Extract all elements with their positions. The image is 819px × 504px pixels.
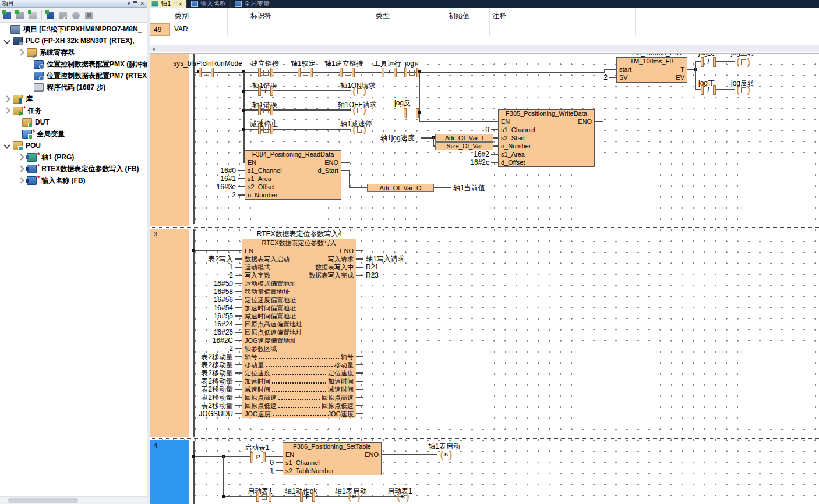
input-value[interactable]: JOGSUDU — [199, 410, 233, 418]
size-of-var-box[interactable]: Size_Of_Var — [435, 142, 493, 150]
input-value[interactable]: 16#24 — [214, 320, 233, 328]
output-coil[interactable] — [351, 105, 368, 115]
move-up-button[interactable] — [27, 10, 38, 21]
tree-item-system-registers[interactable]: 系统寄存器 — [0, 47, 147, 58]
tree-item-dut[interactable]: DUT — [0, 116, 147, 128]
network-4-margin-selected[interactable]: 4 — [150, 440, 189, 504]
reset-coil[interactable]: R — [345, 492, 363, 502]
close-panel-icon[interactable]: ✕ — [140, 1, 144, 6]
tree-item-library[interactable]: 库 — [0, 93, 147, 105]
output-target[interactable]: 轴1写入请求 — [366, 254, 405, 264]
edit-item-button[interactable] — [58, 10, 69, 21]
project-tree-hscrollbar[interactable] — [0, 496, 147, 504]
input-value[interactable]: 0 — [485, 126, 489, 134]
tree-item-axis1-prg[interactable]: *轴1 (PRG) — [0, 151, 147, 163]
output-target[interactable]: R23 — [366, 271, 379, 279]
output-coil[interactable] — [735, 57, 752, 67]
chevron-right-icon[interactable] — [3, 107, 10, 113]
input-value[interactable]: 16#56 — [214, 296, 233, 304]
column-header-identifier[interactable]: 标识符 — [250, 11, 271, 21]
tree-item-tasks[interactable]: *任务 — [0, 105, 147, 116]
tree-item-pou[interactable]: POU — [0, 140, 147, 151]
no-contact[interactable] — [258, 105, 273, 115]
column-header-type[interactable]: 类型 — [376, 11, 390, 21]
chevron-right-icon[interactable] — [17, 177, 24, 183]
remove-item-button[interactable] — [83, 10, 94, 21]
tab-global-vars[interactable]: 全局变量 — [231, 0, 274, 8]
monitor-button[interactable] — [70, 10, 82, 21]
input-value[interactable]: 0 — [270, 459, 274, 467]
input-value[interactable]: 2 — [603, 73, 608, 81]
input-value[interactable]: 16#3e — [217, 183, 236, 191]
adr-of-var-i-box[interactable]: Adr_Of_Var_I — [435, 134, 493, 142]
no-contact[interactable] — [404, 108, 419, 118]
f385-positioning-writedata-block[interactable]: F385_Positioning_WriteData ENENO s1_Chan… — [498, 109, 595, 167]
panel-menu-icon[interactable]: ▾ — [128, 1, 130, 6]
table-hscrollbar[interactable]: ◂ — [150, 45, 819, 52]
no-contact[interactable] — [258, 125, 273, 134]
chevron-down-icon[interactable] — [3, 142, 10, 148]
nc-contact[interactable]: / — [258, 86, 273, 96]
column-header-category[interactable]: 类别 — [175, 11, 189, 21]
tree-item-plc[interactable]: PLC (FP-XH 32k M8N30T (RTEX), — [0, 35, 147, 47]
output-coil[interactable] — [351, 125, 368, 134]
chevron-down-icon[interactable] — [3, 37, 10, 44]
scroll-left-arrow-icon[interactable]: ◂ — [150, 46, 157, 52]
chevron-right-icon[interactable] — [3, 95, 10, 102]
tree-item-position-table-pmx[interactable]: 位置控制数据表配置PMX (脉冲轴 — [0, 58, 147, 70]
no-contact[interactable] — [298, 68, 313, 77]
set-coil[interactable]: S — [437, 450, 455, 460]
tree-item-rtex-fb[interactable]: *RTEX数据表定位参数写入 (FB) — [0, 163, 147, 175]
pin-icon[interactable] — [133, 1, 137, 6]
tab-axis1[interactable]: 轴1 ∷ × — [147, 0, 187, 8]
ladder-editor[interactable]: 3 4 sys_blsPlcInRunMode 建立链接 轴1锁定 轴1建立链接… — [150, 53, 819, 504]
output-coil[interactable] — [351, 86, 368, 96]
reset-coil[interactable]: R — [394, 492, 412, 502]
no-contact[interactable] — [404, 68, 419, 77]
scrollbar-thumb[interactable] — [8, 498, 78, 503]
no-contact[interactable] — [340, 68, 355, 77]
input-value[interactable]: 表2移动量 — [201, 401, 233, 411]
input-value[interactable]: 16#54 — [214, 304, 233, 312]
no-contact[interactable] — [256, 492, 271, 502]
category-cell[interactable]: VAR — [174, 25, 188, 33]
chevron-right-icon[interactable] — [17, 154, 24, 160]
no-contact[interactable] — [199, 68, 214, 77]
add-group-button[interactable] — [15, 10, 26, 21]
input-value[interactable]: 16#50 — [214, 279, 233, 288]
input-value[interactable]: 16#58 — [214, 288, 233, 296]
nc-contact[interactable]: / — [701, 85, 716, 95]
tab-input-name[interactable]: 输入名称 — [187, 0, 231, 8]
add-variable-button[interactable] — [2, 10, 13, 21]
column-header-comment[interactable]: 注释 — [492, 11, 506, 21]
tree-item-global-vars[interactable]: *全局变量 — [0, 128, 147, 140]
input-value[interactable]: 1 — [229, 263, 233, 271]
chevron-right-icon[interactable] — [17, 165, 24, 172]
adr-of-var-o-box[interactable]: Adr_Of_Var_O — [367, 184, 434, 192]
tree-item-position-table-pm7[interactable]: 位置控制数据表配置PM7 (RTEX — [0, 70, 147, 81]
tree-item-input-name-fb[interactable]: *输入名称 (FB) — [0, 175, 147, 186]
input-value[interactable]: 表2写入 — [208, 254, 233, 264]
rising-edge-contact[interactable]: P — [300, 492, 315, 502]
f384-positioning-readdata-block[interactable]: F384_Positioning_ReadData ENENO s1_Chann… — [245, 150, 341, 200]
f386-positioning-settable-block[interactable]: F386_Positioning_SetTable ENENO s1_Chann… — [283, 442, 382, 475]
input-value[interactable]: 2 — [232, 191, 236, 199]
network-2-margin[interactable] — [150, 54, 189, 226]
chevron-right-icon[interactable] — [17, 49, 24, 55]
input-value[interactable]: 16#55 — [214, 312, 233, 320]
tab-close-icon[interactable]: × — [179, 1, 182, 8]
input-value[interactable]: 16#0 — [220, 166, 236, 175]
input-value[interactable]: 16#2C — [213, 336, 233, 345]
input-value[interactable]: 2 — [229, 271, 233, 279]
input-value[interactable]: 16#26 — [214, 328, 233, 336]
input-value[interactable]: 16#2c — [470, 158, 489, 166]
tm-100ms-fb-block[interactable]: TM_100ms_FB startT SVEV — [616, 57, 687, 83]
output-coil[interactable] — [735, 85, 752, 95]
input-value[interactable]: 16#2 — [474, 150, 489, 158]
rtex-parameter-write-fb-block[interactable]: RTEX数据表定位参数写入 ENENO 数据表写入启动写入请求 运动模式数据表写… — [242, 239, 356, 418]
tree-item-project[interactable]: 项目 [E:\松下\FPXHM8N\PRO7-M8N_ — [0, 23, 147, 35]
input-value[interactable]: 1 — [270, 467, 274, 475]
row-number-cell[interactable]: 49 — [150, 23, 170, 36]
tree-item-program-code[interactable]: 程序代码 (1687 步) — [0, 81, 147, 93]
nc-contact[interactable]: / — [382, 68, 397, 77]
